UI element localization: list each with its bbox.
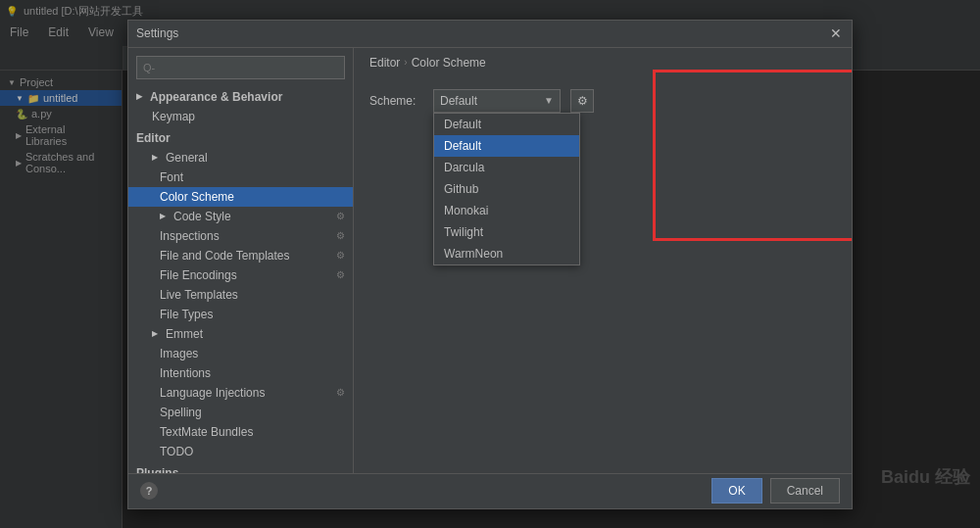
color-scheme-section: Scheme: Default ▼ <box>354 77 852 132</box>
breadcrumb-part2: Color Scheme <box>412 56 486 70</box>
scheme-current-value: Default <box>440 94 477 108</box>
ok-button[interactable]: OK <box>711 478 761 504</box>
sidebar-item-file-encodings[interactable]: File Encodings ⚙ <box>128 265 353 285</box>
cancel-button[interactable]: Cancel <box>770 478 840 504</box>
dialog-titlebar: Settings ✕ <box>128 21 852 48</box>
appearance-arrow: ▶ <box>136 92 146 101</box>
code-style-label: Code Style <box>173 210 231 223</box>
scheme-dropdown-trigger[interactable]: Default ▼ <box>433 89 561 113</box>
inspections-label: Inspections <box>160 229 220 243</box>
sidebar-item-appearance[interactable]: ▶ Appearance & Behavior <box>128 87 353 107</box>
sidebar-item-textmate[interactable]: TextMate Bundles <box>128 422 353 442</box>
settings-dialog: Settings ✕ ▶ Appearance & Behavior <box>127 20 853 509</box>
search-input[interactable] <box>136 56 345 79</box>
sidebar-item-emmet[interactable]: ▶ Emmet <box>128 324 353 344</box>
intentions-label: Intentions <box>160 366 211 380</box>
sidebar-item-file-types[interactable]: File Types <box>128 305 353 324</box>
language-injections-gear-icon: ⚙ <box>336 387 345 398</box>
sidebar-item-editor[interactable]: Editor <box>128 128 353 148</box>
scheme-dropdown-container: Default ▼ Default Default <box>433 89 561 113</box>
option-monokai[interactable]: Monokai <box>434 200 579 221</box>
scheme-row: Scheme: Default ▼ <box>369 89 836 113</box>
option-github-label: Github <box>444 182 478 196</box>
option-darcula-label: Darcula <box>444 161 484 174</box>
sidebar-item-general[interactable]: ▶ General <box>128 148 353 168</box>
modal-overlay: Settings ✕ ▶ Appearance & Behavior <box>0 0 980 528</box>
sidebar-item-inspections[interactable]: Inspections ⚙ <box>128 226 353 246</box>
sidebar-item-keymap[interactable]: Keymap <box>128 107 353 126</box>
ide-background: 💡 untitled [D:\网站开发工具 File Edit View Nav… <box>0 0 980 528</box>
breadcrumb-sep: › <box>404 57 407 68</box>
images-label: Images <box>160 347 198 360</box>
sidebar-item-images[interactable]: Images <box>128 344 353 363</box>
option-warmneon[interactable]: WarmNeon <box>434 243 579 264</box>
option-default-2-label: Default <box>444 139 481 153</box>
dialog-title: Settings <box>136 26 178 40</box>
sidebar-item-code-style[interactable]: ▶ Code Style ⚙ <box>128 207 353 226</box>
sidebar-item-language-injections[interactable]: Language Injections ⚙ <box>128 383 353 403</box>
code-style-arrow: ▶ <box>160 212 170 220</box>
option-twilight[interactable]: Twilight <box>434 221 579 243</box>
sidebar-item-spelling[interactable]: Spelling <box>128 403 353 422</box>
file-types-label: File Types <box>160 308 213 321</box>
code-style-gear-icon: ⚙ <box>336 211 345 221</box>
general-label: General <box>166 151 208 165</box>
settings-content: Editor › Color Scheme Scheme: Defau <box>354 48 852 473</box>
sidebar-item-color-scheme[interactable]: Color Scheme <box>128 187 353 207</box>
inspections-gear-icon: ⚙ <box>336 230 345 241</box>
general-arrow: ▶ <box>152 153 162 162</box>
sidebar-item-intentions[interactable]: Intentions <box>128 363 353 383</box>
emmet-label: Emmet <box>166 327 203 341</box>
option-twilight-label: Twilight <box>444 225 483 239</box>
color-scheme-label: Color Scheme <box>160 190 234 204</box>
dialog-body: ▶ Appearance & Behavior Keymap Editor ▶ … <box>128 48 852 473</box>
option-default-1-label: Default <box>444 118 481 131</box>
scheme-label: Scheme: <box>369 94 423 108</box>
option-monokai-label: Monokai <box>444 204 488 217</box>
language-injections-label: Language Injections <box>160 386 265 400</box>
plugins-label: Plugins <box>136 466 178 473</box>
keymap-label: Keymap <box>152 110 195 123</box>
todo-label: TODO <box>160 445 193 458</box>
editor-label: Editor <box>136 131 171 145</box>
option-default-1[interactable]: Default <box>434 114 579 135</box>
settings-breadcrumb: Editor › Color Scheme <box>354 48 852 77</box>
option-warmneon-label: WarmNeon <box>444 247 503 261</box>
sidebar-item-todo[interactable]: TODO <box>128 442 353 461</box>
option-darcula[interactable]: Darcula <box>434 157 579 178</box>
file-templates-gear-icon: ⚙ <box>336 250 345 261</box>
scheme-dropdown-popup: Default Default Darcula Gi <box>433 113 580 265</box>
textmate-label: TextMate Bundles <box>160 425 253 439</box>
help-button[interactable]: ? <box>140 482 158 500</box>
breadcrumb-part1: Editor <box>369 56 400 70</box>
appearance-label: Appearance & Behavior <box>150 90 282 104</box>
dropdown-arrow-icon: ▼ <box>544 95 554 106</box>
sidebar-item-live-templates[interactable]: Live Templates <box>128 285 353 305</box>
font-label: Font <box>160 170 183 184</box>
dialog-close-button[interactable]: ✕ <box>828 25 844 41</box>
option-default-2[interactable]: Default <box>434 135 579 157</box>
sidebar-item-font[interactable]: Font <box>128 168 353 187</box>
option-github[interactable]: Github <box>434 178 579 200</box>
spelling-label: Spelling <box>160 406 202 419</box>
search-box <box>128 52 353 83</box>
dialog-footer: ? OK Cancel <box>128 473 852 508</box>
file-templates-label: File and Code Templates <box>160 249 290 263</box>
live-templates-label: Live Templates <box>160 288 238 302</box>
file-encodings-gear-icon: ⚙ <box>336 269 345 280</box>
file-encodings-label: File Encodings <box>160 268 237 282</box>
settings-sidebar: ▶ Appearance & Behavior Keymap Editor ▶ … <box>128 48 354 473</box>
scheme-gear-button[interactable]: ⚙ <box>570 89 594 113</box>
sidebar-item-plugins[interactable]: Plugins <box>128 463 353 473</box>
emmet-arrow: ▶ <box>152 329 162 338</box>
sidebar-item-file-templates[interactable]: File and Code Templates ⚙ <box>128 246 353 265</box>
